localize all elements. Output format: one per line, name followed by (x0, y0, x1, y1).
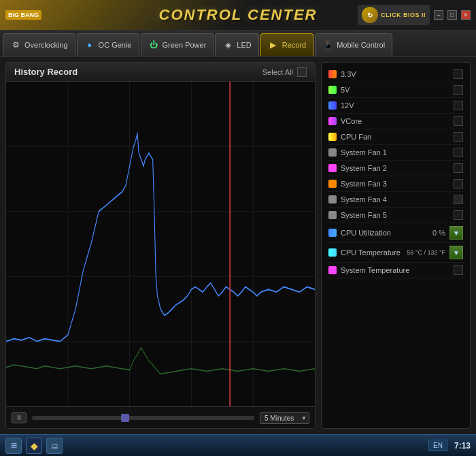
tab-overclocking-label: Overclocking (24, 41, 68, 49)
sensor-item-cpu-temp: CPU Temperature 56 °C / 132 °F ▼ (326, 243, 466, 263)
taskbar: ⊞ ◆ 🗂 EN 7:13 (0, 434, 476, 456)
chart-section: History Record Select All (5, 62, 316, 429)
minimize-button[interactable]: − (434, 10, 443, 20)
sensor-item-sysfan2: System Fan 2 (326, 161, 466, 176)
taskbar-language: EN (428, 440, 447, 451)
taskbar-left: ⊞ ◆ 🗂 (5, 438, 63, 454)
sensor-color-5v (328, 86, 337, 94)
sensor-color-12v (328, 101, 337, 110)
sensor-name-cpu-util: CPU Utilization (341, 229, 407, 237)
sensor-checkbox-5v[interactable] (454, 85, 463, 95)
click-bios-button[interactable]: ↻ CLICK BIOS II (358, 5, 430, 25)
tab-led-label: LED (237, 41, 251, 49)
sensor-list: 3.3V 5V 12V VCore CPU Fan (322, 63, 470, 282)
select-all-checkbox[interactable] (297, 67, 307, 77)
sensor-name-sysfan3: System Fan 3 (341, 180, 449, 188)
chart-canvas (6, 82, 315, 406)
sensor-name-cpu-fan: CPU Fan (341, 133, 449, 141)
sensor-item-sysfan4: System Fan 4 (326, 192, 466, 208)
tab-led[interactable]: ◈ LED (215, 33, 258, 56)
maximize-button[interactable]: □ (447, 10, 457, 20)
led-icon: ◈ (222, 39, 233, 50)
mobile-control-icon: 📱 (322, 39, 333, 50)
time-select-wrap: 5 Minutes 1 Minute 10 Minutes 30 Minutes… (260, 411, 309, 424)
chart-svg (6, 82, 315, 406)
sensor-value-cpu-util: 0 % (411, 229, 445, 237)
select-all-label: Select All (262, 68, 293, 76)
cpu-util-dropdown[interactable]: ▼ (449, 226, 463, 240)
tab-mobile-control[interactable]: 📱 Mobile Control (315, 33, 392, 56)
sensor-color-sysfan2 (328, 164, 337, 172)
sensor-item-12v: 12V (326, 98, 466, 114)
sensor-name-sysfan5: System Fan 5 (341, 211, 449, 219)
sensor-color-sys-temp (328, 266, 337, 274)
sensor-value-cpu-temp: 56 °C / 132 °F (407, 249, 445, 256)
sensor-name-sys-temp: System Temperature (341, 266, 449, 274)
sensor-color-cpu-util (328, 229, 337, 237)
record-icon: ▶ (268, 39, 279, 50)
chart-title: History Record (14, 67, 78, 77)
sensor-name-sysfan4: System Fan 4 (341, 195, 449, 203)
sensor-color-vcore (328, 117, 337, 125)
pause-button[interactable]: ⏸ (12, 412, 27, 423)
click-bios-icon: ↻ (362, 7, 378, 23)
sensor-checkbox-12v[interactable] (454, 101, 463, 110)
sensor-checkbox-vcore[interactable] (454, 116, 463, 126)
sensor-color-sysfan1 (328, 148, 337, 157)
sensor-name-3v3: 3.3V (341, 70, 449, 78)
green-power-icon: ⏻ (148, 39, 159, 50)
taskbar-folder-icon[interactable]: 🗂 (46, 438, 63, 454)
app-logo: BIG BANG (5, 10, 41, 20)
sensor-checkbox-sysfan5[interactable] (454, 210, 463, 220)
sensor-checkbox-sysfan3[interactable] (454, 179, 463, 189)
sensor-color-3v3 (328, 70, 337, 78)
sensor-checkbox-sysfan1[interactable] (454, 148, 463, 157)
close-button[interactable]: ✕ (461, 10, 471, 20)
nav-tabs: ⚙ Overclocking ● OC Genie ⏻ Green Power … (0, 31, 476, 56)
click-bios-label: CLICK BIOS II (381, 12, 426, 18)
sensor-name-12v: 12V (341, 101, 449, 110)
tab-green-power-label: Green Power (163, 41, 207, 49)
tab-overclocking[interactable]: ⚙ Overclocking (3, 33, 75, 56)
cpu-temp-dropdown[interactable]: ▼ (449, 246, 463, 259)
tab-oc-genie[interactable]: ● OC Genie (77, 33, 139, 56)
tab-record[interactable]: ▶ Record (260, 33, 313, 56)
tab-mobile-control-label: Mobile Control (337, 41, 385, 49)
sensor-checkbox-3v3[interactable] (454, 69, 463, 79)
app-title: Control Center (159, 6, 318, 24)
sensor-name-vcore: VCore (341, 117, 449, 125)
sensor-checkbox-sysfan4[interactable] (454, 195, 463, 204)
title-bar: BIG BANG Control Center ↻ CLICK BIOS II … (0, 0, 476, 31)
start-icon[interactable]: ⊞ (5, 438, 22, 454)
sensor-item-3v3: 3.3V (326, 67, 466, 82)
chart-controls: ⏸ 5 Minutes 1 Minute 10 Minutes 30 Minut… (6, 406, 315, 428)
sensor-name-sysfan1: System Fan 1 (341, 148, 449, 157)
sensor-color-sysfan5 (328, 211, 337, 219)
select-all-area: Select All (262, 67, 307, 77)
sensor-color-sysfan3 (328, 180, 337, 188)
time-select[interactable]: 5 Minutes 1 Minute 10 Minutes 30 Minutes… (260, 412, 309, 424)
sensor-color-cpu-fan (328, 133, 337, 141)
sensor-item-sysfan5: System Fan 5 (326, 208, 466, 223)
taskbar-app-icon[interactable]: ◆ (26, 438, 42, 454)
sensor-panel: 3.3V 5V 12V VCore CPU Fan (321, 62, 471, 429)
sensor-checkbox-sys-temp[interactable] (454, 265, 463, 275)
tab-record-label: Record (282, 41, 306, 49)
window-controls: ↻ CLICK BIOS II − □ ✕ (358, 5, 471, 25)
sensor-item-5v: 5V (326, 82, 466, 98)
tab-green-power[interactable]: ⏻ Green Power (141, 33, 214, 56)
overclocking-icon: ⚙ (10, 39, 21, 50)
slider-thumb[interactable] (121, 414, 129, 422)
tab-oc-genie-label: OC Genie (99, 41, 132, 49)
sensor-color-cpu-temp (328, 248, 337, 257)
sensor-item-sysfan1: System Fan 1 (326, 145, 466, 161)
bigbang-text: BIG BANG (5, 10, 41, 20)
sensor-checkbox-sysfan2[interactable] (454, 163, 463, 173)
sensor-item-vcore: VCore (326, 114, 466, 129)
chart-header: History Record Select All (6, 63, 315, 82)
time-slider[interactable] (32, 416, 254, 420)
sensor-checkbox-cpu-fan[interactable] (454, 132, 463, 142)
oc-genie-icon: ● (84, 39, 95, 50)
sensor-color-sysfan4 (328, 195, 337, 203)
taskbar-time: 7:13 (454, 441, 471, 451)
